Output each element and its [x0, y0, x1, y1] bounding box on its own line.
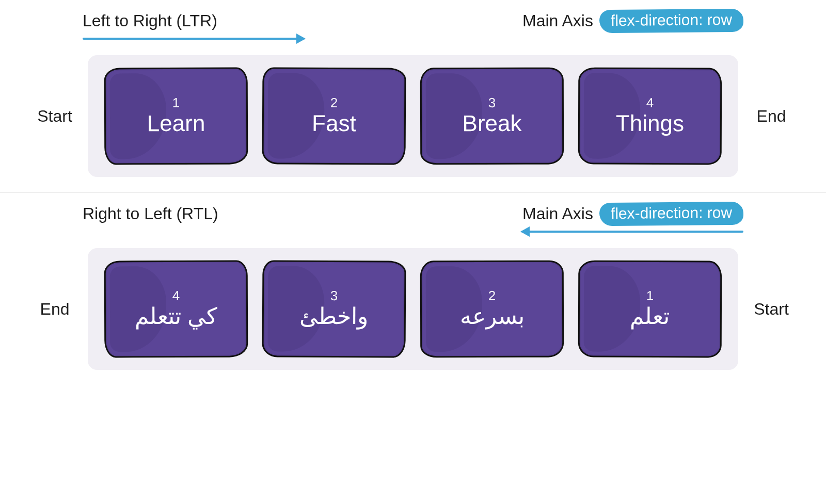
ltr-end-label: End: [748, 107, 795, 126]
flex-item: 3 Break: [420, 68, 564, 165]
item-word: كي تتعلم: [135, 304, 217, 328]
rtl-arrow-row: [31, 231, 795, 244]
item-number: 4: [172, 287, 180, 303]
rtl-end-label: End: [31, 300, 78, 319]
rtl-title: Right to Left (RTL): [83, 204, 218, 223]
item-word: Learn: [147, 111, 205, 134]
item-number: 1: [646, 287, 654, 303]
item-number: 2: [488, 287, 496, 303]
ltr-axis-label: Main Axis: [522, 11, 593, 30]
item-word: Things: [616, 111, 684, 134]
item-number: 1: [172, 94, 180, 110]
ltr-axis: Main Axis flex-direction: row: [522, 9, 743, 32]
item-number: 2: [330, 94, 338, 110]
item-number: 4: [646, 94, 654, 110]
ltr-track: 1 Learn 2 Fast 3 Break 4 Things: [88, 55, 738, 177]
item-word: تعلم: [630, 304, 670, 327]
ltr-arrow-row: [31, 38, 795, 51]
item-number: 3: [488, 94, 496, 110]
ltr-section: Left to Right (LTR) Main Axis flex-direc…: [0, 0, 826, 192]
rtl-axis: Main Axis flex-direction: row: [522, 202, 743, 225]
flex-item: 1 تعلم: [578, 261, 722, 358]
flex-item: 2 بسرعه: [420, 261, 564, 358]
rtl-pill: flex-direction: row: [599, 202, 743, 226]
ltr-header: Left to Right (LTR) Main Axis flex-direc…: [31, 9, 795, 35]
ltr-start-label: Start: [31, 107, 78, 126]
arrow-left-icon: [521, 231, 743, 233]
ltr-pill: flex-direction: row: [599, 9, 743, 33]
rtl-row: End 4 كي تتعلم 3 واخطئ 2 بسرعه 1 تعلم: [31, 248, 795, 370]
item-number: 3: [330, 287, 338, 303]
ltr-row: Start 1 Learn 2 Fast 3 Break 4 Things: [31, 55, 795, 177]
item-word: بسرعه: [459, 304, 524, 327]
flex-item: 4 Things: [578, 68, 722, 165]
arrow-right-icon: [83, 38, 305, 40]
ltr-title: Left to Right (LTR): [83, 11, 217, 30]
flex-item: 3 واخطئ: [262, 260, 406, 357]
flex-item: 1 Learn: [104, 68, 248, 165]
item-word: Break: [462, 111, 521, 134]
rtl-axis-label: Main Axis: [522, 204, 593, 223]
rtl-header: Right to Left (RTL) Main Axis flex-direc…: [31, 202, 795, 227]
rtl-section: Right to Left (RTL) Main Axis flex-direc…: [0, 193, 826, 385]
item-word: واخطئ: [299, 304, 368, 328]
flex-item: 2 Fast: [262, 67, 406, 165]
flex-item: 4 كي تتعلم: [104, 261, 248, 358]
rtl-track: 4 كي تتعلم 3 واخطئ 2 بسرعه 1 تعلم: [88, 248, 738, 370]
rtl-start-label: Start: [748, 300, 795, 319]
item-word: Fast: [312, 111, 356, 134]
diagram-root: Left to Right (LTR) Main Axis flex-direc…: [0, 0, 826, 385]
